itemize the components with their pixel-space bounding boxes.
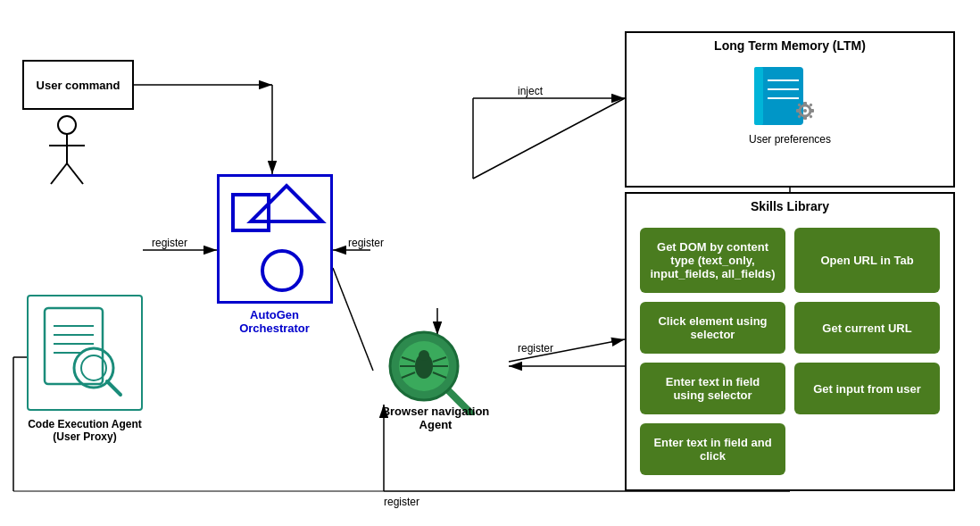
- svg-rect-33: [796, 109, 800, 113]
- code-agent-label: Code Execution Agent (User Proxy): [18, 418, 152, 443]
- ltm-content: User preferences: [627, 58, 953, 146]
- autogen-box: [217, 174, 333, 304]
- inject-label: inject: [518, 85, 543, 97]
- skill-open-url-button[interactable]: Open URL in Tab: [794, 228, 940, 293]
- skill-enter-text-click-button[interactable]: Enter text in field and click: [640, 423, 785, 475]
- browser-agent-label: Browser navigation Agent: [373, 405, 498, 431]
- user-command-box: User command: [22, 60, 134, 110]
- skill-get-current-url-button[interactable]: Get current URL: [794, 302, 940, 354]
- ltm-title: Long Term Memory (LTM): [627, 33, 953, 58]
- autogen-shapes-icon: [220, 177, 330, 305]
- register-left-label: register: [152, 237, 187, 249]
- skill-click-element-button[interactable]: Click element using selector: [640, 302, 785, 354]
- svg-line-22: [51, 163, 67, 184]
- svg-marker-40: [251, 186, 322, 221]
- ltm-user-preferences-label: User preferences: [749, 133, 831, 146]
- diagram-container: User command Long Term Memory (LTM): [0, 0, 980, 526]
- svg-line-49: [107, 381, 120, 395]
- browser-agent-icon: [375, 317, 491, 415]
- svg-point-19: [58, 116, 76, 134]
- ltm-icon: [750, 63, 830, 129]
- svg-rect-39: [233, 195, 269, 230]
- svg-rect-34: [810, 109, 814, 113]
- register-browser-label: register: [518, 342, 553, 355]
- ltm-box: Long Term Memory (LTM): [625, 31, 955, 188]
- browser-agent-box: [375, 317, 491, 415]
- skill-get-dom-button[interactable]: Get DOM by content type (text_only, inpu…: [640, 228, 785, 293]
- code-agent-icon: [36, 304, 134, 402]
- svg-point-30: [803, 109, 807, 113]
- user-command-label: User command: [37, 79, 120, 92]
- skill-get-input-button[interactable]: Get input from user: [794, 363, 940, 414]
- svg-line-8: [473, 98, 625, 179]
- skill-enter-text-button[interactable]: Enter text in field using selector: [640, 363, 785, 414]
- svg-point-53: [419, 350, 429, 361]
- svg-rect-32: [803, 116, 807, 120]
- autogen-label: AutoGen Orchestrator: [210, 308, 339, 335]
- svg-point-41: [262, 251, 302, 290]
- skills-title: Skills Library: [627, 194, 953, 219]
- skills-library-box: Skills Library Get DOM by content type (…: [625, 192, 955, 491]
- code-agent-box: [27, 295, 143, 411]
- register-right-label: register: [348, 237, 384, 249]
- register-bottom-label: register: [384, 496, 419, 508]
- skills-grid: Get DOM by content type (text_only, inpu…: [627, 219, 953, 484]
- stick-figure: [40, 114, 94, 186]
- svg-rect-31: [803, 102, 807, 105]
- svg-line-23: [67, 163, 83, 184]
- svg-rect-25: [754, 67, 763, 125]
